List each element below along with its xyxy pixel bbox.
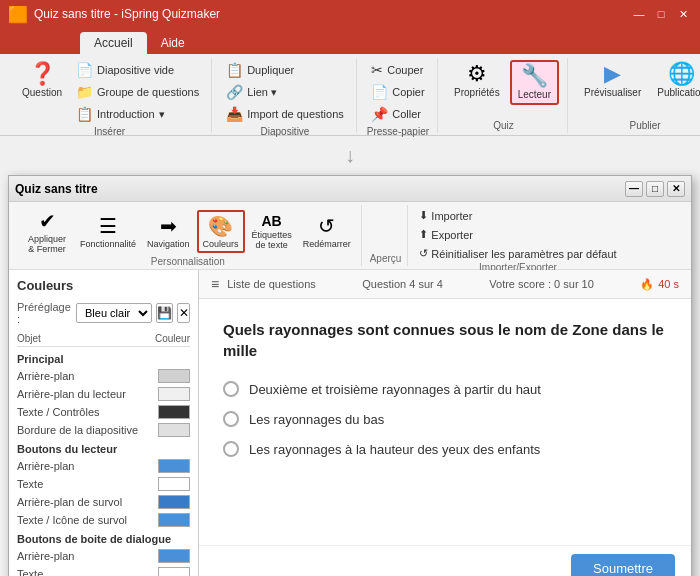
reinitialiser-icon: ↺ bbox=[419, 247, 428, 260]
ribbon: ❓ Question 📄 Diapositive vide 📁 Groupe d… bbox=[0, 54, 700, 136]
color-swatch[interactable] bbox=[158, 405, 190, 419]
ribbon-tabs: Accueil Aide bbox=[0, 28, 700, 54]
diapositive-items: 📋 Dupliquer 🔗 Lien ▾ 📥 Import de questio… bbox=[222, 60, 348, 124]
previsualiser-icon: ▶ bbox=[604, 63, 621, 85]
panel-title: Couleurs bbox=[17, 278, 190, 293]
exporter-icon: ⬆ bbox=[419, 228, 428, 241]
ribbon-group-diapositive: 📋 Dupliquer 🔗 Lien ▾ 📥 Import de questio… bbox=[214, 58, 357, 133]
copier-btn[interactable]: 📄 Copier bbox=[367, 82, 428, 102]
diapositive-vide-btn[interactable]: 📄 Diapositive vide bbox=[72, 60, 203, 80]
color-swatch[interactable] bbox=[158, 423, 190, 437]
previsualiser-btn[interactable]: ▶ Prévisualiser bbox=[578, 60, 647, 101]
color-name: Texte / Icône de survol bbox=[17, 514, 158, 526]
navigation-icon: ➡ bbox=[160, 214, 177, 238]
publication-btn[interactable]: 🌐 Publication bbox=[651, 60, 700, 101]
appliquer-fermer-btn[interactable]: ✔ Appliquer& Fermer bbox=[21, 207, 73, 256]
option-0-text: Deuxième et troisième rayonnages à parti… bbox=[249, 382, 541, 397]
maximize-btn[interactable]: □ bbox=[652, 5, 670, 23]
question-info: Question 4 sur 4 bbox=[362, 278, 443, 290]
color-row-bordure: Bordure de la diapositive bbox=[17, 421, 190, 439]
etiquettes-btn[interactable]: AB Étiquettesde texte bbox=[248, 211, 296, 252]
section-principal: Principal bbox=[17, 349, 190, 367]
modal-minimize-btn[interactable]: — bbox=[625, 181, 643, 197]
quiz-group-label: Quiz bbox=[493, 118, 514, 131]
inserer-group-label: Insérer bbox=[94, 124, 125, 137]
color-name: Arrière-plan bbox=[17, 550, 158, 562]
quiz-header: ≡ Liste de questions Question 4 sur 4 Vo… bbox=[199, 270, 691, 299]
reinitialiser-btn[interactable]: ↺ Réinitialiser les paramètres par défau… bbox=[416, 245, 619, 262]
introduction-btn[interactable]: 📋 Introduction ▾ bbox=[72, 104, 203, 124]
question-label: Question bbox=[22, 87, 62, 98]
exporter-btn[interactable]: ⬆ Exporter bbox=[416, 226, 476, 243]
color-row-dialog-texte: Texte bbox=[17, 565, 190, 576]
diapositive-group-label: Diapositive bbox=[261, 124, 310, 137]
copier-label: Copier bbox=[392, 86, 424, 98]
color-row-lecteur: Arrière-plan du lecteur bbox=[17, 385, 190, 403]
tab-aide[interactable]: Aide bbox=[147, 32, 199, 54]
radio-1[interactable] bbox=[223, 411, 239, 427]
score-info: Votre score : 0 sur 10 bbox=[489, 278, 594, 290]
question-btn[interactable]: ❓ Question bbox=[16, 60, 68, 101]
importer-btn[interactable]: ⬇ Importer bbox=[416, 207, 475, 224]
minimize-btn[interactable]: — bbox=[630, 5, 648, 23]
color-swatch[interactable] bbox=[158, 387, 190, 401]
coller-label: Coller bbox=[392, 108, 421, 120]
modal-title: Quiz sans titre bbox=[15, 182, 98, 196]
preset-delete-btn[interactable]: ✕ bbox=[177, 303, 190, 323]
close-btn[interactable]: ✕ bbox=[674, 5, 692, 23]
color-swatch[interactable] bbox=[158, 477, 190, 491]
modal-close-btn[interactable]: ✕ bbox=[667, 181, 685, 197]
inserer-small-btns: 📄 Diapositive vide 📁 Groupe de questions… bbox=[72, 60, 203, 124]
title-bar-controls: — □ ✕ bbox=[630, 5, 692, 23]
color-swatch[interactable] bbox=[158, 567, 190, 576]
quiz-header-left: ≡ Liste de questions bbox=[211, 276, 316, 292]
lecteur-btn[interactable]: 🔧 Lecteur bbox=[510, 60, 559, 105]
color-name: Arrière-plan bbox=[17, 370, 158, 382]
tab-accueil[interactable]: Accueil bbox=[80, 32, 147, 54]
previsualiser-label: Prévisualiser bbox=[584, 87, 641, 98]
proprietes-label: Propriétés bbox=[454, 87, 500, 98]
color-swatch[interactable] bbox=[158, 549, 190, 563]
title-bar-left: 🟧 Quiz sans titre - iSpring Quizmaker bbox=[8, 5, 220, 24]
lecteur-icon: 🔧 bbox=[521, 65, 548, 87]
color-swatch[interactable] bbox=[158, 369, 190, 383]
down-arrow: ↓ bbox=[345, 144, 355, 167]
import-questions-label: Import de questions bbox=[247, 108, 344, 120]
preset-select[interactable]: Bleu clair bbox=[76, 303, 152, 323]
coller-icon: 📌 bbox=[371, 106, 388, 122]
color-swatch[interactable] bbox=[158, 513, 190, 527]
modal-maximize-btn[interactable]: □ bbox=[646, 181, 664, 197]
groupe-questions-icon: 📁 bbox=[76, 84, 93, 100]
radio-0[interactable] bbox=[223, 381, 239, 397]
preset-save-btn[interactable]: 💾 bbox=[156, 303, 173, 323]
app-title: Quiz sans titre - iSpring Quizmaker bbox=[34, 7, 220, 21]
groupe-questions-btn[interactable]: 📁 Groupe de questions bbox=[72, 82, 203, 102]
modal-body: Couleurs Préréglage : Bleu clair 💾 ✕ Obj… bbox=[9, 270, 691, 576]
quiz-option-1: Les rayonnages du bas bbox=[223, 411, 667, 427]
navigation-btn[interactable]: ➡ Navigation bbox=[143, 212, 194, 251]
introduction-label: Introduction bbox=[97, 108, 154, 120]
radio-2[interactable] bbox=[223, 441, 239, 457]
lien-btn[interactable]: 🔗 Lien ▾ bbox=[222, 82, 348, 102]
color-swatch[interactable] bbox=[158, 459, 190, 473]
groupe-questions-label: Groupe de questions bbox=[97, 86, 199, 98]
import-questions-btn[interactable]: 📥 Import de questions bbox=[222, 104, 348, 124]
app-window: 🟧 Quiz sans titre - iSpring Quizmaker — … bbox=[0, 0, 700, 576]
couper-btn[interactable]: ✂ Couper bbox=[367, 60, 428, 80]
diapositive-vide-icon: 📄 bbox=[76, 62, 93, 78]
couleurs-btn[interactable]: 🎨 Couleurs bbox=[197, 210, 245, 253]
color-name: Arrière-plan du lecteur bbox=[17, 388, 158, 400]
section-boutons-dialog: Boutons de boite de dialogue bbox=[17, 529, 190, 547]
dupliquer-btn[interactable]: 📋 Dupliquer bbox=[222, 60, 348, 80]
redemarrer-label: Redémarrer bbox=[303, 239, 351, 249]
submit-btn[interactable]: Soumettre bbox=[571, 554, 675, 576]
modal-ribbon-items: ✔ Appliquer& Fermer ☰ Fonctionnalité ➡ N… bbox=[21, 207, 355, 256]
redemarrer-btn[interactable]: ↺ Redémarrer bbox=[299, 212, 355, 251]
publication-label: Publication bbox=[657, 87, 700, 98]
proprietes-btn[interactable]: ⚙ Propriétés bbox=[448, 60, 506, 101]
coller-btn[interactable]: 📌 Coller bbox=[367, 104, 428, 124]
personnalisation-label: Personnalisation bbox=[21, 256, 355, 267]
importer-icon: ⬇ bbox=[419, 209, 428, 222]
color-swatch[interactable] bbox=[158, 495, 190, 509]
fonctionnalite-btn[interactable]: ☰ Fonctionnalité bbox=[76, 212, 140, 251]
